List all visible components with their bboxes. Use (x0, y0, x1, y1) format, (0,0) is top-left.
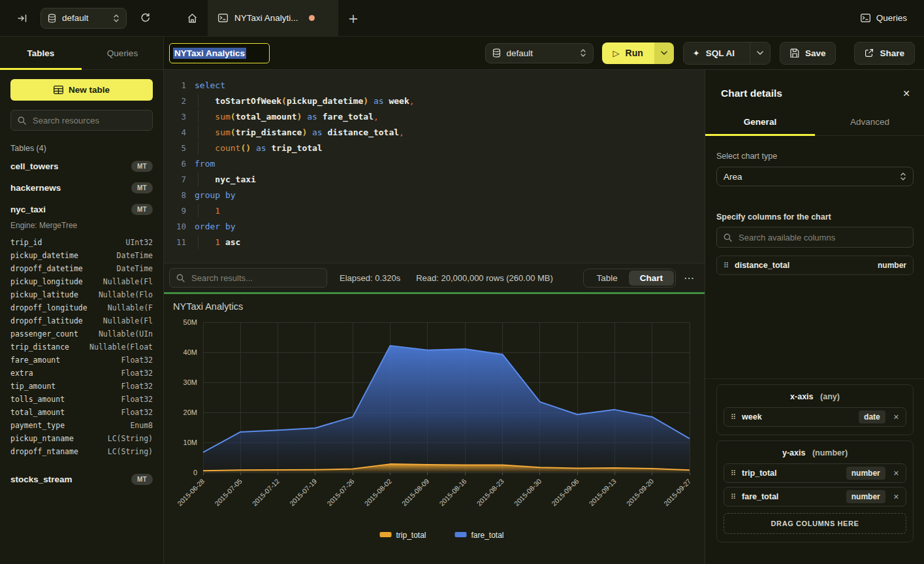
engine-badge: MT (131, 204, 153, 215)
save-button[interactable]: Save (780, 42, 836, 65)
area-chart: 010M20M30M40M50M2015-06-282015-07-052015… (164, 294, 705, 564)
drag-handle-icon[interactable]: ⠿ (731, 493, 735, 501)
series-area-fare_total (203, 346, 690, 473)
read-stat: Read: 20,000,000 rows (260.00 MB) (416, 273, 553, 283)
drag-handle-icon[interactable]: ⠿ (731, 469, 735, 478)
column-type: DateTime (117, 251, 153, 260)
table-row[interactable]: stocks_stream MT (10, 469, 153, 490)
tab-general-label: General (744, 117, 776, 127)
column-name: pickup_latitude (10, 290, 78, 299)
y-axis-column-row[interactable]: ⠿ trip_total number✕ (724, 463, 906, 483)
view-toggle-table[interactable]: Table (585, 271, 628, 286)
x-axis-label: x-axis (790, 392, 813, 401)
topbar: default NYTaxi Analyti... + (0, 0, 924, 37)
column-row: dropoff_latitude Nullable(Fl (10, 314, 153, 327)
y-axis-column-row[interactable]: ⠿ fare_total number✕ (724, 487, 906, 506)
tab-advanced[interactable]: Advanced (815, 108, 924, 135)
queries-button[interactable]: Queries (861, 13, 907, 23)
remove-column-icon[interactable]: ✕ (893, 469, 899, 478)
chart-type-select[interactable]: Area (716, 167, 914, 186)
column-row: pickup_longitude Nullable(Fl (10, 275, 153, 288)
share-button[interactable]: Share (854, 42, 915, 65)
column-row: trip_id UInt32 (10, 236, 153, 249)
line-number: 11 (164, 237, 195, 247)
sidebar-tab-queries[interactable]: Queries (82, 37, 163, 69)
sql-ai-button-main[interactable]: ✦ SQL AI (684, 48, 744, 58)
run-button[interactable]: ▷ Run (602, 42, 674, 64)
column-name: dropoff_latitude (10, 316, 83, 325)
svg-text:2015-08-23: 2015-08-23 (475, 477, 505, 508)
sql-ai-button[interactable]: ✦ SQL AI (683, 42, 771, 65)
close-panel-icon[interactable]: ✕ (902, 88, 910, 99)
save-button-label: Save (805, 48, 826, 58)
drag-handle-icon[interactable]: ⠿ (724, 261, 728, 270)
table-row[interactable]: hackernews MT (10, 177, 153, 199)
svg-text:2015-08-30: 2015-08-30 (513, 477, 543, 508)
sidebar-tab-tables[interactable]: Tables (0, 37, 82, 69)
column-pill-name: distance_total (735, 261, 871, 270)
chart-details-panel: Chart details ✕ General Advanced Sele (705, 70, 924, 564)
new-table-button[interactable]: New table (10, 79, 153, 101)
collapse-sidebar-button[interactable] (13, 9, 31, 27)
database-icon (48, 14, 56, 23)
results-search-input[interactable] (190, 273, 320, 284)
topbar-database-selector[interactable]: default (40, 8, 127, 29)
column-row: pickup_latitude Nullable(Flo (10, 288, 153, 301)
run-button-main[interactable]: ▷ Run (602, 42, 654, 64)
line-number: 6 (164, 159, 195, 169)
drag-handle-icon[interactable]: ⠿ (731, 413, 735, 422)
chart-type-value: Area (724, 172, 894, 182)
chart-panel: NYTaxi Analytics 010M20M30M40M50M2015-06… (164, 294, 705, 564)
run-button-label: Run (626, 48, 643, 58)
svg-text:20M: 20M (183, 408, 197, 416)
sidebar-tabs: Tables Queries (0, 37, 163, 70)
x-axis-column-row[interactable]: ⠿ week date✕ (724, 407, 906, 427)
column-name: pickup_ntaname (10, 434, 74, 443)
query-tab[interactable]: NYTaxi Analyti... (208, 0, 338, 36)
remove-column-icon[interactable]: ✕ (893, 493, 899, 501)
columns-search-input[interactable] (737, 232, 906, 243)
code-line: 1select (164, 77, 705, 93)
column-type: UInt32 (125, 238, 153, 247)
queries-button-label: Queries (876, 13, 907, 23)
elapsed-stat: Elapsed: 0.320s (340, 273, 400, 283)
column-name: dropoff_datetime (10, 264, 83, 273)
available-column-row[interactable]: ⠿ distance_total number (716, 256, 914, 275)
sql-editor[interactable]: 1select2 toStartOfWeek(pickup_datetime) … (164, 70, 705, 263)
query-title-input[interactable]: NYTaxi Analytics (169, 43, 270, 63)
table-row[interactable]: cell_towers MT (10, 156, 153, 177)
terminal-icon (218, 14, 228, 22)
main-area: NYTaxi Analytics default ▷ Run (164, 37, 924, 564)
refresh-button[interactable] (136, 9, 154, 27)
x-axis-box: x-axis (any) ⠿ week date✕ (716, 384, 914, 435)
legend-item-trip_total[interactable]: trip_total (380, 531, 426, 540)
tab-general[interactable]: General (705, 108, 815, 135)
run-options-button[interactable] (654, 42, 674, 64)
column-type: DateTime (117, 264, 153, 273)
engine-badge: MT (131, 161, 153, 172)
sidebar-search (10, 110, 153, 131)
view-toggle-chart[interactable]: Chart (629, 271, 674, 286)
svg-text:2015-07-19: 2015-07-19 (288, 477, 319, 508)
table-row[interactable]: nyc_taxi MT (10, 199, 153, 220)
legend-item-fare_total[interactable]: fare_total (455, 531, 504, 540)
column-name: trip_id (10, 238, 42, 247)
chevron-down-icon (661, 51, 667, 55)
sql-ai-options-button[interactable] (750, 42, 770, 64)
new-tab-button[interactable]: + (338, 0, 368, 36)
column-name: total_amount (10, 408, 65, 417)
terminal-icon (861, 14, 870, 22)
line-number: 10 (164, 222, 195, 231)
remove-column-icon[interactable]: ✕ (893, 413, 899, 422)
sidebar-search-input[interactable] (31, 115, 146, 126)
header-database-selector[interactable]: default (485, 43, 594, 63)
sql-ai-label: SQL AI (706, 48, 735, 58)
drop-zone[interactable]: DRAG COLUMNS HERE (724, 513, 906, 534)
code-line: 11 1 asc (164, 234, 705, 250)
line-number: 9 (164, 206, 195, 216)
home-tab[interactable] (176, 0, 208, 36)
tab-advanced-label: Advanced (850, 117, 889, 127)
query-tab-label: NYTaxi Analyti... (234, 13, 298, 23)
more-options-icon[interactable]: ⋯ (684, 272, 694, 284)
chevron-updown-icon (113, 14, 119, 23)
